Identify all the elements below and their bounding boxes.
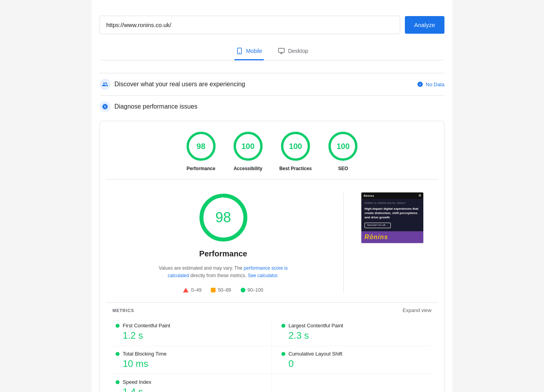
ss-cta-btn: Need help? Let's talk → xyxy=(364,223,391,228)
legend-item-green: 90–100 xyxy=(241,287,263,293)
info-icon xyxy=(417,81,423,87)
metrics-label: METRICS xyxy=(112,308,134,313)
url-bar-row: Analyze xyxy=(100,16,444,34)
diagnose-section[interactable]: Diagnose performance issues xyxy=(100,95,444,118)
perf-detail: 98 Performance Values are estimated and … xyxy=(106,180,438,302)
perf-divider xyxy=(343,192,344,293)
perf-right: Rōnins ☰ SURREY & LONDON DIGITAL AGENCY … xyxy=(353,192,432,293)
metric-si-dot xyxy=(116,380,120,384)
metric-item-fcp: First Contentful Paint 1.2 s xyxy=(112,318,272,346)
tabs-row: Mobile Desktop xyxy=(100,44,444,60)
real-users-section[interactable]: Discover what your real users are experi… xyxy=(100,73,444,95)
metric-fcp-name: First Contentful Paint xyxy=(123,323,170,328)
score-circle-accessibility: 100 xyxy=(232,131,264,162)
big-score-circle: 98 xyxy=(198,192,249,243)
svg-rect-2 xyxy=(278,48,284,53)
legend-green-icon xyxy=(241,288,245,292)
legend-item-orange: 50–89 xyxy=(211,287,231,293)
site-screenshot: Rōnins ☰ SURREY & LONDON DIGITAL AGENCY … xyxy=(361,192,424,243)
metric-lcp-name: Largest Contentful Paint xyxy=(288,323,343,328)
legend-row: 0–49 50–89 90–100 xyxy=(183,287,263,293)
metric-tbt-name: Total Blocking Time xyxy=(123,351,167,357)
score-label-seo: SEO xyxy=(338,166,348,171)
metrics-header: METRICS Expand view xyxy=(106,302,438,318)
metric-item-lcp: Largest Contentful Paint 2.3 s xyxy=(272,318,432,346)
score-item-best-practices[interactable]: 100 Best Practices xyxy=(279,131,312,171)
url-input[interactable] xyxy=(100,16,400,34)
metric-item-cls: Cumulative Layout Shift 0 xyxy=(272,346,432,374)
score-item-seo[interactable]: 100 SEO xyxy=(327,131,359,171)
score-label-performance: Performance xyxy=(187,166,215,171)
metric-si-value: 1.4 s xyxy=(116,387,262,392)
score-value-best-practices: 100 xyxy=(289,142,302,151)
expand-view-link[interactable]: Expand view xyxy=(403,307,432,313)
no-data-label: No Data xyxy=(426,82,444,87)
metric-lcp-value: 2.3 s xyxy=(281,330,428,341)
score-item-performance[interactable]: 98 Performance xyxy=(185,131,217,171)
metric-si-name-row: Speed Index xyxy=(116,379,262,385)
metric-item-tbt: Total Blocking Time 10 ms xyxy=(112,346,272,374)
ss-subtitle: SURREY & LONDON DIGITAL AGENCY xyxy=(364,202,420,205)
page-wrapper: Analyze Mobile Desktop Discover what y xyxy=(92,0,452,392)
big-score-value: 98 xyxy=(215,209,231,226)
metric-lcp-name-row: Largest Contentful Paint xyxy=(281,323,428,328)
analyze-button[interactable]: Analyze xyxy=(405,16,444,34)
score-label-accessibility: Accessibility xyxy=(234,166,262,171)
perf-desc: Values are estimated and may vary. The p… xyxy=(149,265,298,279)
metric-fcp-value: 1.2 s xyxy=(116,330,262,341)
perf-left: 98 Performance Values are estimated and … xyxy=(112,192,334,293)
score-label-best-practices: Best Practices xyxy=(279,166,312,171)
perf-title: Performance xyxy=(199,249,247,258)
legend-red-icon xyxy=(183,288,189,292)
metric-cls-name: Cumulative Layout Shift xyxy=(288,351,342,357)
score-circle-seo: 100 xyxy=(327,131,359,162)
no-data-link[interactable]: No Data xyxy=(417,81,444,87)
metric-cls-dot xyxy=(281,352,285,356)
score-circle-performance: 98 xyxy=(185,131,217,162)
score-item-accessibility[interactable]: 100 Accessibility xyxy=(232,131,264,171)
metric-item-si: Speed Index 1.4 s xyxy=(112,374,272,392)
tab-desktop-label: Desktop xyxy=(288,48,308,54)
score-card: 98 Performance 100 Accessibility xyxy=(100,121,444,392)
metric-si-name: Speed Index xyxy=(123,379,151,385)
legend-orange-range: 50–89 xyxy=(218,287,231,293)
diagnose-title: Diagnose performance issues xyxy=(114,103,198,110)
ss-brand: Rōnins xyxy=(361,231,423,243)
diagnose-icon xyxy=(100,101,111,112)
ss-body: SURREY & LONDON DIGITAL AGENCY High-impa… xyxy=(361,199,423,231)
metric-fcp-dot xyxy=(116,324,120,328)
tab-mobile-label: Mobile xyxy=(246,48,262,54)
legend-item-red: 0–49 xyxy=(183,287,201,293)
ss-logo: Rōnins xyxy=(364,194,374,197)
score-value-seo: 100 xyxy=(337,142,350,151)
tab-desktop[interactable]: Desktop xyxy=(276,44,310,60)
score-value-performance: 98 xyxy=(197,142,205,151)
tab-mobile[interactable]: Mobile xyxy=(234,44,264,60)
ss-menu-icon: ☰ xyxy=(419,194,421,197)
mobile-icon xyxy=(236,47,243,54)
score-circle-best-practices: 100 xyxy=(280,131,311,162)
desktop-icon xyxy=(278,47,285,54)
scores-row: 98 Performance 100 Accessibility xyxy=(106,131,438,180)
legend-green-range: 90–100 xyxy=(248,287,263,293)
metrics-grid: First Contentful Paint 1.2 s Largest Con… xyxy=(106,318,438,392)
perf-calc-link[interactable]: See calculator. xyxy=(248,273,279,278)
metric-tbt-value: 10 ms xyxy=(116,358,262,369)
legend-red-range: 0–49 xyxy=(191,287,201,293)
ss-header: Rōnins ☰ xyxy=(361,192,423,199)
metric-lcp-dot xyxy=(281,324,285,328)
real-users-title: Discover what your real users are experi… xyxy=(114,81,245,88)
metric-fcp-name-row: First Contentful Paint xyxy=(116,323,262,328)
metric-cls-name-row: Cumulative Layout Shift xyxy=(281,351,428,357)
ss-headline: High-impact digital experiences that cre… xyxy=(364,207,420,220)
score-value-accessibility: 100 xyxy=(241,142,254,151)
legend-orange-icon xyxy=(211,288,216,292)
real-users-icon xyxy=(100,79,111,90)
metric-cls-value: 0 xyxy=(281,358,428,369)
metric-tbt-dot xyxy=(116,352,120,356)
metric-tbt-name-row: Total Blocking Time xyxy=(116,351,262,357)
